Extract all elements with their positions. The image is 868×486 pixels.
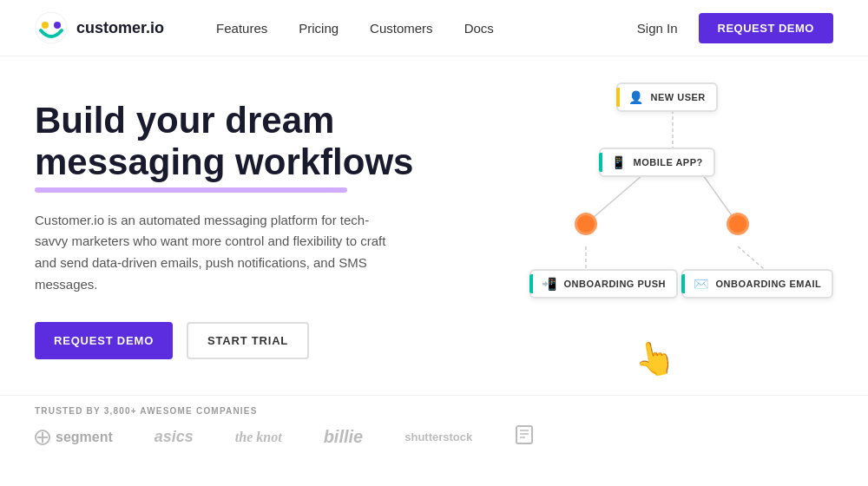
workflow-lines: [512, 82, 842, 395]
trusted-logos-row: segment asics the knot billie shuttersto…: [35, 424, 833, 450]
hero-title: Build your dream messaging workflows: [35, 100, 451, 184]
header-actions: Sign In REQUEST DEMO: [637, 13, 833, 43]
notion-icon: [514, 424, 535, 445]
svg-point-2: [54, 22, 61, 29]
workflow-diagram: 👤 NEW USER 📱 MOBILE APP? 📲 ONBOARDING PU…: [469, 74, 833, 404]
logo-theknot: the knot: [235, 430, 282, 445]
mobile-app-icon: 📱: [611, 155, 627, 169]
workflow-container: 👤 NEW USER 📱 MOBILE APP? 📲 ONBOARDING PU…: [512, 82, 842, 395]
logo-segment: segment: [35, 430, 113, 445]
new-user-icon: 👤: [628, 90, 644, 104]
request-demo-header-button[interactable]: REQUEST DEMO: [699, 13, 833, 43]
sign-in-link[interactable]: Sign In: [637, 21, 678, 36]
nav-features[interactable]: Features: [216, 21, 267, 36]
logo-notion: [514, 424, 535, 450]
hero-cta-buttons: REQUEST DEMO START TRIAL: [35, 322, 451, 359]
trusted-section: TRUSTED BY 3,800+ AWESOME COMPANIES segm…: [0, 395, 868, 460]
start-trial-button[interactable]: START TRIAL: [187, 322, 309, 359]
request-demo-button[interactable]: REQUEST DEMO: [35, 322, 173, 359]
header: customer.io Features Pricing Customers D…: [0, 0, 868, 56]
workflow-node-mobile-app: 📱 MOBILE APP?: [599, 148, 715, 177]
svg-point-0: [36, 12, 67, 43]
segment-icon: [35, 430, 50, 445]
nav-pricing[interactable]: Pricing: [299, 21, 339, 36]
workflow-decision-left: [575, 213, 597, 235]
nav-customers[interactable]: Customers: [370, 21, 433, 36]
main-nav: Features Pricing Customers Docs: [216, 21, 637, 36]
trusted-label: TRUSTED BY 3,800+ AWESOME COMPANIES: [35, 406, 833, 416]
hero-section: Build your dream messaging workflows Cus…: [0, 56, 868, 395]
workflow-node-onboarding-email: ✉️ ONBOARDING EMAIL: [681, 269, 833, 299]
logo-link[interactable]: customer.io: [35, 11, 164, 44]
svg-line-7: [738, 246, 764, 269]
nav-docs[interactable]: Docs: [464, 21, 494, 36]
hero-description: Customer.io is an automated messaging pl…: [35, 210, 399, 296]
email-icon: ✉️: [694, 277, 709, 291]
logo-icon: [35, 11, 68, 44]
svg-point-1: [42, 22, 49, 29]
logo-billie: billie: [324, 427, 364, 447]
cursor-hand-icon: 👆: [631, 336, 678, 380]
workflow-decision-right: [727, 213, 749, 235]
logo-shutterstock: shutterstock: [404, 430, 472, 443]
workflow-node-onboarding-push: 📲 ONBOARDING PUSH: [529, 269, 678, 299]
logo-asics: asics: [155, 428, 194, 446]
hero-underline-decoration: [35, 187, 347, 193]
brand-name: customer.io: [76, 19, 164, 37]
workflow-node-new-user: 👤 NEW USER: [616, 82, 718, 112]
push-icon: 📲: [542, 277, 557, 291]
hero-content: Build your dream messaging workflows Cus…: [35, 74, 451, 359]
svg-rect-11: [516, 426, 532, 443]
